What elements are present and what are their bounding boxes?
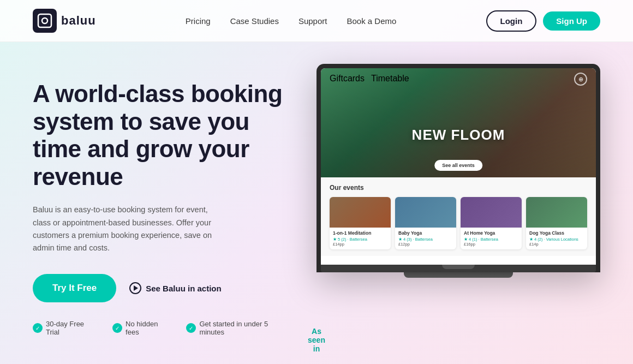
event-info-4: Dog Yoga Class ★ 4 (2) · Various Locatio… — [526, 228, 587, 249]
event-info-1: 1-on-1 Meditation ★ 5 (2) · Battersea £1… — [330, 228, 391, 249]
laptop-hero-image: Giftcards Timetable ⊕ NEW FLOOM See all … — [321, 68, 596, 177]
events-section: Our events 1-on-1 Meditation ★ 5 (2) · B… — [321, 177, 596, 256]
check-icon-2: ✓ — [112, 323, 122, 333]
laptop-screen: Giftcards Timetable ⊕ NEW FLOOM See all … — [321, 68, 596, 265]
feature-1: ✓ 30-day Free Trial — [33, 320, 99, 336]
svg-rect-0 — [38, 14, 51, 27]
event-price-1: £14pp — [333, 242, 387, 247]
event-price-4: £14p — [529, 242, 584, 247]
laptop-stand — [316, 272, 600, 278]
svg-point-1 — [42, 18, 47, 23]
event-name-1: 1-on-1 Meditation — [333, 230, 387, 236]
events-grid: 1-on-1 Meditation ★ 5 (2) · Battersea £1… — [330, 197, 587, 249]
laptop-base — [321, 265, 596, 272]
event-rating-3: ★ 4 (1) · Battersea — [464, 237, 518, 242]
feature-label-2: No hidden fees — [126, 320, 173, 336]
event-name-2: Baby Yoga — [398, 230, 453, 236]
event-rating-1: ★ 5 (2) · Battersea — [333, 237, 387, 242]
laptop-hero-title: NEW FLOOM — [412, 127, 505, 144]
nav-book-demo[interactable]: Book a Demo — [347, 16, 396, 26]
laptop-hero-tabs: Giftcards Timetable — [330, 74, 409, 83]
nav-case-studies[interactable]: Case Studies — [230, 16, 279, 26]
feature-3: ✓ Get started in under 5 minutes — [186, 320, 295, 336]
left-panel: A world-class booking system to save you… — [33, 69, 295, 336]
tab-giftcards: Giftcards — [330, 74, 365, 83]
event-name-3: At Home Yoga — [464, 230, 518, 236]
feature-label-1: 30-day Free Trial — [46, 320, 99, 336]
laptop-foot — [404, 272, 513, 278]
features-row: ✓ 30-day Free Trial ✓ No hidden fees ✓ G… — [33, 320, 295, 336]
feature-2: ✓ No hidden fees — [112, 320, 173, 336]
event-image-2 — [395, 197, 456, 228]
event-card-4: Dog Yoga Class ★ 4 (2) · Various Locatio… — [526, 197, 587, 249]
laptop-mockup: Giftcards Timetable ⊕ NEW FLOOM See all … — [316, 64, 600, 272]
demo-label: See Baluu in action — [146, 284, 221, 293]
events-section-title: Our events — [330, 184, 587, 192]
header-actions: Login Sign Up — [486, 10, 601, 32]
as-seen-in-label: As seen in — [308, 327, 325, 353]
logo-area[interactable]: baluu — [33, 9, 96, 33]
event-card-1: 1-on-1 Meditation ★ 5 (2) · Battersea £1… — [330, 197, 391, 249]
main-content: A world-class booking system to save you… — [0, 42, 633, 336]
event-price-2: £12pp — [398, 242, 453, 247]
play-triangle — [134, 285, 138, 291]
event-card-2: Baby Yoga ★ 4 (3) · Battersea £12pp — [395, 197, 456, 249]
see-all-events-btn[interactable]: See all events — [434, 160, 482, 171]
tab-timetable: Timetable — [371, 74, 409, 83]
see-demo-button[interactable]: See Baluu in action — [129, 282, 221, 294]
event-card-3: At Home Yoga ★ 4 (1) · Battersea £16pp — [461, 197, 522, 249]
event-name-4: Dog Yoga Class — [529, 230, 584, 236]
check-icon-3: ✓ — [186, 323, 196, 333]
feature-label-3: Get started in under 5 minutes — [199, 320, 295, 336]
event-image-1 — [330, 197, 391, 228]
event-image-3 — [461, 197, 522, 228]
event-rating-2: ★ 4 (3) · Battersea — [398, 237, 453, 242]
nav-pricing[interactable]: Pricing — [186, 16, 211, 26]
laptop-notch — [442, 265, 475, 269]
play-icon — [129, 282, 141, 294]
nav-support[interactable]: Support — [298, 16, 327, 26]
right-panel: Giftcards Timetable ⊕ NEW FLOOM See all … — [316, 64, 600, 278]
check-icon-1: ✓ — [33, 323, 43, 333]
logo-text: baluu — [61, 14, 96, 28]
search-icon: ⊕ — [574, 73, 587, 86]
logo-icon — [33, 9, 57, 33]
event-rating-4: ★ 4 (2) · Various Locations — [529, 237, 584, 242]
event-info-3: At Home Yoga ★ 4 (1) · Battersea £16pp — [461, 228, 522, 249]
event-info-2: Baby Yoga ★ 4 (3) · Battersea £12pp — [395, 228, 456, 249]
event-image-4 — [526, 197, 587, 228]
site-header: baluu Pricing Case Studies Support Book … — [0, 0, 633, 42]
cta-row: Try It Free See Baluu in action — [33, 274, 295, 302]
main-nav: Pricing Case Studies Support Book a Demo — [186, 16, 397, 26]
try-free-button[interactable]: Try It Free — [33, 274, 116, 302]
login-button[interactable]: Login — [486, 10, 537, 32]
signup-button[interactable]: Sign Up — [543, 11, 600, 31]
hero-headline: A world-class booking system to save you… — [33, 80, 295, 190]
hero-subheadline: Baluu is an easy-to-use booking system f… — [33, 204, 218, 254]
event-price-3: £16pp — [464, 242, 518, 247]
